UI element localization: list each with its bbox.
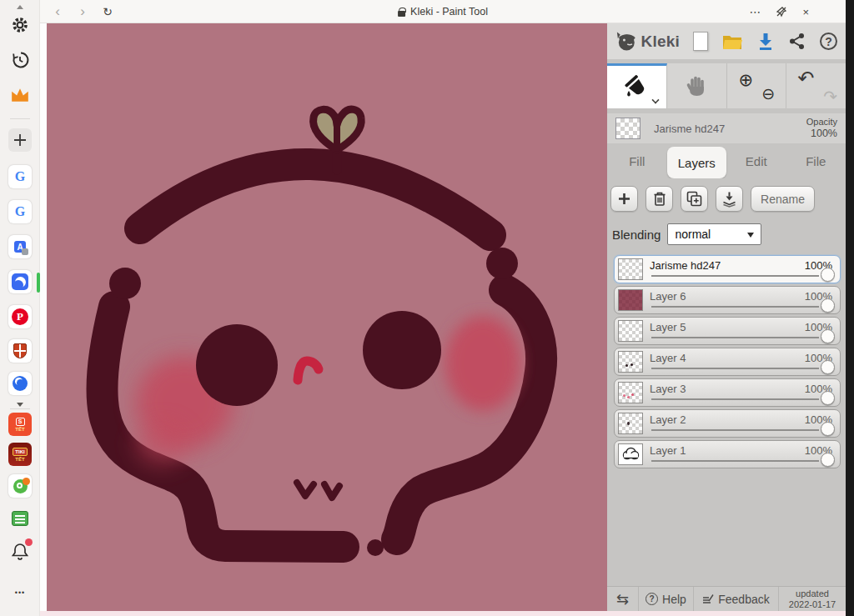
- translate-extension-icon[interactable]: A: [8, 235, 32, 258]
- opacity-slider-track[interactable]: [651, 398, 819, 400]
- notification-badge: [25, 538, 33, 546]
- layer-row-1[interactable]: Layer 1 100%: [614, 440, 841, 468]
- close-icon[interactable]: ×: [802, 6, 809, 18]
- footer-help-button[interactable]: ? Help: [639, 587, 694, 611]
- sidebar-divider: [10, 408, 30, 409]
- right-eye: [363, 311, 441, 389]
- share-button[interactable]: [788, 33, 806, 50]
- swap-panel-side-button[interactable]: ⇆: [607, 587, 639, 611]
- pinterest-icon[interactable]: P: [8, 305, 32, 328]
- tab-fill[interactable]: Fill: [607, 147, 667, 175]
- feedback-label: Feedback: [718, 593, 769, 606]
- reload-icon[interactable]: ↻: [97, 0, 118, 23]
- current-layer-preview: Jarisme hd247 Opacity 100%: [607, 113, 846, 143]
- fill-bucket-tool[interactable]: [607, 63, 667, 108]
- layer-thumbnail: [618, 289, 643, 311]
- coupon-finder-extension-icon[interactable]: [8, 474, 32, 498]
- blue-circle-extension-icon[interactable]: [8, 372, 32, 395]
- forward-icon[interactable]: ›: [72, 0, 93, 23]
- tab-layers[interactable]: Layers: [667, 147, 727, 178]
- layer-thumbnail: [618, 413, 643, 434]
- opacity-slider-knob[interactable]: [821, 422, 835, 436]
- layer-row-5[interactable]: Layer 5 100%: [614, 317, 841, 345]
- layer-row-jarisme[interactable]: Jarisme hd247 100%: [614, 255, 841, 283]
- opacity-slider-knob[interactable]: [821, 268, 835, 282]
- lock-icon: [398, 11, 405, 17]
- add-extension-icon[interactable]: [8, 128, 32, 152]
- layer-name: Layer 2: [650, 413, 686, 426]
- kleki-header: Kleki ?: [607, 23, 846, 60]
- tiki-tet-extension-icon[interactable]: TIKI TẾT: [8, 443, 32, 466]
- screen-dark-edge: [846, 0, 854, 616]
- drawing-canvas[interactable]: [47, 23, 607, 611]
- undo-redo-tool[interactable]: ↶ ↷: [786, 63, 846, 108]
- layer-thumbnail: [618, 382, 643, 403]
- layer-row-3[interactable]: Layer 3 100%: [614, 378, 841, 407]
- layer-row-2[interactable]: Layer 2 100%: [614, 409, 841, 438]
- layer-thumbnail: [615, 118, 640, 139]
- updated-info: updated 2022-01-17: [779, 587, 846, 611]
- menu-dots-icon[interactable]: ⋯: [749, 5, 761, 18]
- hand-tool[interactable]: [667, 63, 727, 108]
- shopee-tet-extension-icon[interactable]: S TẾT: [8, 413, 32, 436]
- window-title: Kleki - Paint Tool: [410, 6, 488, 18]
- opacity-slider-track[interactable]: [651, 429, 819, 431]
- tab-edit[interactable]: Edit: [726, 147, 786, 175]
- duplicate-layer-button[interactable]: [681, 186, 708, 212]
- redo-icon[interactable]: ↷: [823, 88, 837, 105]
- delete-layer-button[interactable]: [646, 186, 673, 212]
- layer-name: Layer 5: [650, 321, 686, 333]
- zoom-tool[interactable]: ⊕ ⊖: [727, 63, 787, 108]
- layer-name: Layer 6: [650, 290, 686, 303]
- green-notes-extension-icon[interactable]: [8, 507, 32, 530]
- new-image-button[interactable]: [693, 32, 708, 51]
- help-button[interactable]: ?: [820, 33, 837, 50]
- google-account-icon-1[interactable]: G: [8, 165, 32, 188]
- blending-select[interactable]: normal: [667, 223, 761, 245]
- history-icon[interactable]: [8, 48, 32, 72]
- layer-name: Layer 4: [650, 352, 686, 364]
- feedback-pencil-icon: [702, 593, 714, 604]
- window-title-area: Kleki - Paint Tool: [398, 0, 488, 23]
- zoom-in-icon[interactable]: ⊕: [739, 71, 754, 88]
- settings-gear-icon[interactable]: [8, 13, 32, 37]
- add-layer-button[interactable]: [610, 186, 638, 212]
- opacity-slider-knob[interactable]: [821, 453, 835, 467]
- open-folder-button[interactable]: [722, 33, 743, 50]
- opacity-slider-knob[interactable]: [821, 329, 835, 343]
- google-account-icon-2[interactable]: G: [8, 200, 32, 223]
- opacity-slider-track[interactable]: [651, 306, 819, 308]
- rename-layer-button[interactable]: Rename: [751, 186, 815, 212]
- opacity-slider-track[interactable]: [651, 275, 819, 277]
- merge-layer-button[interactable]: [716, 186, 743, 212]
- layer-row-6[interactable]: Layer 6 100%: [614, 286, 841, 314]
- opacity-slider-knob[interactable]: [821, 391, 835, 405]
- back-icon[interactable]: ‹: [47, 0, 68, 23]
- opacity-slider-knob[interactable]: [821, 298, 835, 313]
- save-download-button[interactable]: [757, 32, 774, 51]
- opacity-readout[interactable]: Opacity 100%: [806, 117, 837, 139]
- opacity-slider-knob[interactable]: [821, 360, 835, 374]
- kleki-logo-icon: [615, 31, 638, 53]
- blending-value: normal: [675, 228, 711, 241]
- crest-shield-icon[interactable]: [8, 339, 32, 363]
- layer-row-4[interactable]: Layer 4 100%: [614, 348, 841, 376]
- paint-bucket-icon: [624, 75, 649, 100]
- crown-icon[interactable]: [8, 83, 32, 107]
- opacity-slider-track[interactable]: [651, 460, 819, 462]
- sidebar-more-icon[interactable]: •••: [8, 581, 32, 604]
- sidebar-divider: [10, 118, 30, 119]
- tab-file[interactable]: File: [786, 147, 846, 175]
- panel-footer: ⇆ ? Help Feedback updated 2022-01-17: [607, 586, 846, 611]
- left-eye: [196, 324, 278, 406]
- notifications-bell-icon[interactable]: [8, 539, 32, 563]
- undo-icon[interactable]: ↶: [797, 68, 814, 88]
- zoom-out-icon[interactable]: ⊖: [761, 86, 775, 102]
- feedback-button[interactable]: Feedback: [694, 587, 779, 611]
- opacity-slider-track[interactable]: [651, 368, 819, 369]
- chevron-down-icon[interactable]: [652, 96, 659, 103]
- dolphin-extension-icon[interactable]: [8, 270, 32, 293]
- opacity-slider-track[interactable]: [651, 337, 819, 338]
- layers-panel: Rename Blending normal Jarisme hd247 100…: [607, 178, 846, 586]
- unpin-icon[interactable]: [776, 6, 787, 18]
